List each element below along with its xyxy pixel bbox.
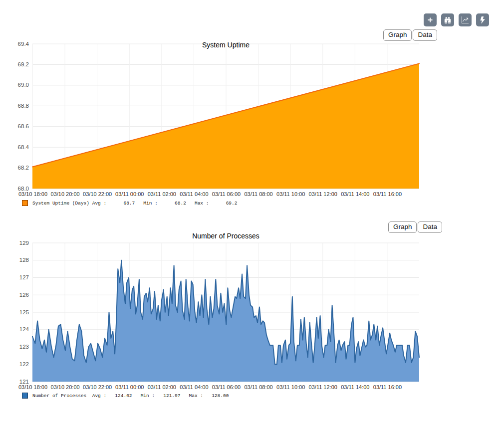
x-tick-label: 03/11 02:00 [148, 384, 176, 390]
binoculars-button[interactable] [441, 13, 454, 26]
binoculars-icon [444, 16, 451, 23]
processes-area-plot [32, 243, 419, 382]
x-tick-label: 03/10 18:00 [18, 384, 47, 390]
uptime-legend-text: System Uptime (Days) Avg : 68.7 Min : 68… [32, 201, 237, 206]
y-tick-label: 68.4 [10, 144, 29, 150]
x-tick-label: 03/11 06:00 [212, 384, 241, 390]
y-tick-label: 68.8 [10, 103, 29, 109]
x-tick-label: 03/11 12:00 [309, 384, 337, 390]
x-tick-label: 03/11 10:00 [276, 191, 305, 197]
y-tick-label: 68.6 [10, 123, 29, 129]
x-tick-label: 03/10 20:00 [51, 191, 80, 197]
tab-graph[interactable]: Graph [383, 29, 412, 41]
x-tick-label: 03/11 16:00 [373, 191, 402, 197]
x-tick-label: 03/10 18:00 [18, 191, 47, 197]
x-tick-label: 03/11 14:00 [341, 191, 369, 197]
y-tick-label: 124 [10, 326, 29, 332]
processes-chart-title: Number of Processes [32, 232, 419, 240]
tab-data[interactable]: Data [418, 221, 442, 233]
x-tick-label: 03/11 10:00 [276, 384, 305, 390]
x-tick-label: 03/10 20:00 [51, 384, 80, 390]
uptime-area-plot [32, 44, 419, 189]
x-tick-label: 03/10 22:00 [83, 191, 112, 197]
processes-legend: Number of Processes Avg : 124.02 Min : 1… [22, 393, 229, 399]
x-tick-label: 03/11 06:00 [212, 191, 241, 197]
y-tick-label: 68.2 [10, 165, 29, 171]
y-tick-label: 121 [10, 379, 29, 385]
uptime-tabs: Graph Data [383, 29, 437, 41]
y-tick-label: 69.4 [10, 41, 29, 47]
x-tick-label: 03/11 12:00 [309, 191, 337, 197]
processes-legend-text: Number of Processes Avg : 124.02 Min : 1… [32, 393, 229, 399]
toolbar [424, 13, 489, 26]
y-tick-label: 69.0 [10, 82, 29, 88]
x-tick-label: 03/10 22:00 [83, 384, 112, 390]
x-tick-label: 03/11 04:00 [180, 191, 208, 197]
x-tick-label: 03/11 08:00 [244, 191, 272, 197]
y-tick-label: 128 [10, 257, 29, 263]
tab-data[interactable]: Data [413, 29, 437, 41]
uptime-x-axis: 03/10 18:0003/10 20:0003/10 22:0003/11 0… [32, 191, 419, 198]
x-tick-label: 03/11 04:00 [180, 384, 208, 390]
y-tick-label: 69.2 [10, 61, 29, 67]
uptime-legend-swatch [22, 200, 28, 206]
processes-legend-swatch [22, 393, 28, 399]
plus-icon [427, 16, 434, 23]
y-tick-label: 122 [10, 361, 29, 367]
graph-up-arrow-icon [462, 16, 469, 23]
plus-button[interactable] [424, 13, 437, 26]
x-tick-label: 03/11 08:00 [244, 384, 272, 390]
y-tick-label: 126 [10, 292, 29, 298]
y-tick-label: 125 [10, 309, 29, 315]
x-tick-label: 03/11 00:00 [115, 191, 144, 197]
dashboard-page: Graph Data System Uptime 69.469.269.068.… [0, 0, 504, 427]
uptime-chart-title: System Uptime [32, 41, 419, 49]
y-tick-label: 127 [10, 274, 29, 280]
x-tick-label: 03/11 16:00 [373, 384, 402, 390]
x-tick-label: 03/11 02:00 [148, 191, 176, 197]
processes-tabs: Graph Data [388, 221, 442, 233]
graph-button[interactable] [459, 13, 472, 26]
x-tick-label: 03/11 00:00 [115, 384, 144, 390]
lightning-icon [479, 16, 486, 23]
uptime-legend: System Uptime (Days) Avg : 68.7 Min : 68… [22, 200, 237, 206]
lightning-button[interactable] [476, 13, 489, 26]
y-tick-label: 123 [10, 344, 29, 350]
y-tick-label: 68.0 [10, 186, 29, 192]
processes-x-axis: 03/10 18:0003/10 20:0003/10 22:0003/11 0… [32, 384, 419, 391]
y-tick-label: 129 [10, 240, 29, 246]
x-tick-label: 03/11 14:00 [341, 384, 369, 390]
tab-graph[interactable]: Graph [388, 221, 417, 233]
